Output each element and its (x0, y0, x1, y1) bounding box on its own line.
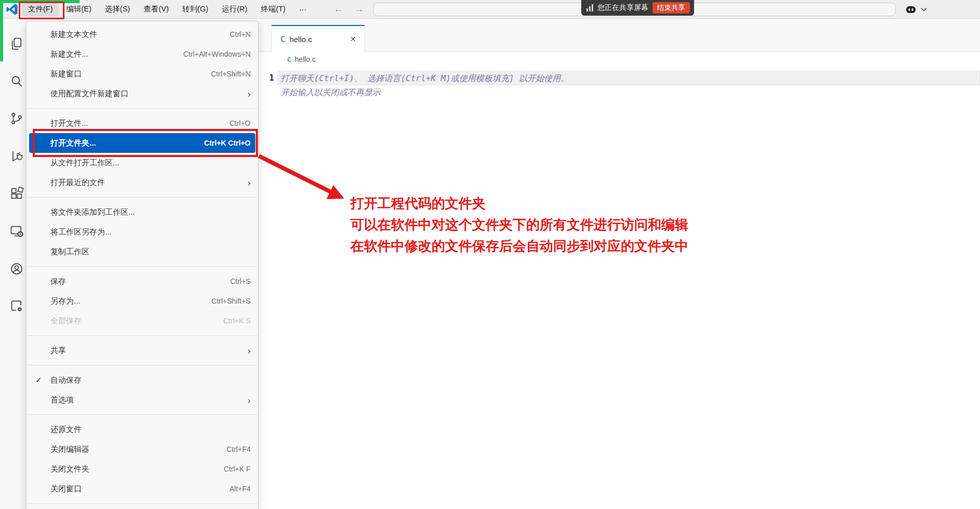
vscode-logo-icon (5, 3, 19, 16)
run-debug-icon[interactable] (9, 149, 24, 163)
menu-item-auto-save[interactable]: ✓ 自动保存 (27, 370, 258, 390)
menu-file[interactable]: 文件(F) (22, 2, 59, 17)
submenu-chevron-icon: › (247, 395, 251, 405)
end-share-button[interactable]: 结束共享 (652, 2, 690, 14)
menu-item-new-window[interactable]: 新建窗口 Ctrl+Shift+N (27, 64, 258, 84)
menu-divider (27, 197, 257, 198)
tab-hello-c[interactable]: C hello.c ✕ (271, 25, 365, 52)
line-number: 1 (263, 71, 274, 85)
menu-edit[interactable]: 编辑(E) (60, 2, 98, 17)
menu-item-save[interactable]: 保存 Ctrl+S (27, 271, 258, 291)
menu-divider (27, 108, 257, 109)
menu-bar: 文件(F) 编辑(E) 选择(S) 查看(V) 转到(G) 运行(R) 终端(T… (22, 2, 313, 17)
menu-item-open-workspace-from-file[interactable]: 从文件打开工作区... (27, 153, 258, 173)
menu-item-open-folder[interactable]: 打开文件夹... Ctrl+K Ctrl+O (29, 133, 255, 153)
menu-run[interactable]: 运行(R) (215, 2, 253, 17)
share-banner-text: 您正在共享屏幕 (597, 3, 648, 12)
signal-bars-icon (586, 4, 593, 11)
breadcrumb[interactable]: C hello.c (287, 55, 316, 63)
menu-item-close-window[interactable]: 关闭窗口 Alt+F4 (27, 479, 258, 499)
menu-selection[interactable]: 选择(S) (99, 2, 136, 17)
screen-share-banner: 您正在共享屏幕 结束共享 (581, 0, 694, 16)
copilot-icon[interactable] (904, 3, 918, 16)
menu-item-new-window-with-profile[interactable]: 使用配置文件新建窗口 › (27, 84, 258, 103)
annotation-text: 打开工程代码的文件夹 可以在软件中对这个文件夹下的所有文件进行访问和编辑 在软件… (350, 193, 688, 257)
menu-go[interactable]: 转到(G) (176, 2, 215, 17)
chevron-down-icon[interactable] (921, 7, 927, 11)
annotation-line2: 可以在软件中对这个文件夹下的所有文件进行访问和编辑 (350, 214, 688, 236)
forward-icon[interactable]: → (355, 4, 364, 15)
back-icon[interactable]: ← (334, 4, 343, 15)
c-file-icon: C (287, 56, 291, 63)
c-file-icon: C (280, 34, 285, 44)
menu-divider (27, 503, 257, 504)
submenu-chevron-icon: › (247, 346, 251, 356)
menu-terminal[interactable]: 终端(T) (255, 2, 292, 17)
remote-explorer-icon[interactable] (9, 224, 24, 239)
annotation-line3: 在软件中修改的文件保存后会自动同步到对应的文件夹中 (350, 236, 688, 257)
explorer-icon[interactable] (9, 36, 24, 51)
tab-label: hello.c (290, 35, 344, 44)
menu-item-share[interactable]: 共享 › (27, 341, 258, 360)
extensions-icon[interactable] (9, 186, 24, 201)
menu-item-close-editor[interactable]: 关闭编辑器 Ctrl+F4 (27, 439, 258, 459)
annotation-line1: 打开工程代码的文件夹 (350, 193, 688, 214)
file-menu-dropdown: 新建文本文件 Ctrl+N 新建文件... Ctrl+Alt+Windows+N… (26, 21, 258, 509)
menu-item-open-recent[interactable]: 打开最近的文件 › (27, 173, 258, 192)
source-control-icon[interactable] (9, 111, 24, 126)
menu-divider (27, 266, 257, 267)
manage-gear-icon[interactable] (9, 299, 24, 314)
menu-item-close-folder[interactable]: 关闭文件夹 Ctrl+K F (27, 459, 258, 479)
menu-item-revert-file[interactable]: 还原文件 (27, 420, 258, 439)
menu-item-duplicate-workspace[interactable]: 复制工作区 (27, 242, 258, 262)
screen-share-border-top (0, 0, 80, 3)
editor-ghost-text-line2: 开始输入以关闭或不再显示 (281, 85, 381, 99)
search-icon[interactable] (9, 74, 24, 88)
breadcrumb-file: hello.c (295, 55, 316, 63)
title-bar: 文件(F) 编辑(E) 选择(S) 查看(V) 转到(G) 运行(R) 终端(T… (0, 0, 980, 19)
menu-item-new-file[interactable]: 新建文件... Ctrl+Alt+Windows+N (27, 44, 258, 64)
menu-more-icon[interactable]: ··· (293, 3, 313, 16)
submenu-chevron-icon: › (247, 178, 251, 188)
menu-divider (27, 365, 257, 366)
menu-divider (27, 414, 257, 415)
menu-item-save-as[interactable]: 另存为... Ctrl+Shift+S (27, 291, 258, 311)
submenu-chevron-icon: › (247, 89, 251, 99)
vscode-window: 文件(F) 编辑(E) 选择(S) 查看(V) 转到(G) 运行(R) 终端(T… (0, 0, 980, 509)
checkmark-icon: ✓ (35, 375, 42, 385)
tab-close-icon[interactable]: ✕ (348, 34, 358, 44)
menu-item-save-all: 全部保存 Ctrl+K S (27, 311, 258, 331)
screen-share-border-left (0, 0, 3, 61)
menu-item-save-workspace-as[interactable]: 将工作区另存为... (27, 222, 258, 242)
accounts-icon[interactable] (9, 262, 24, 276)
menu-item-add-folder-to-workspace[interactable]: 将文件夹添加到工作区... (27, 202, 258, 222)
menu-item-new-text-file[interactable]: 新建文本文件 Ctrl+N (27, 24, 258, 44)
menu-view[interactable]: 查看(V) (137, 2, 175, 17)
menu-divider (27, 335, 257, 336)
menu-item-preferences[interactable]: 首选项 › (27, 390, 258, 410)
editor-ghost-text-line1: 打开聊天(Ctrl+I)、 选择语言(Ctrl+K M)或使用模板填充] 以开始… (281, 71, 978, 85)
menu-item-open-file[interactable]: 打开文件... Ctrl+O (27, 113, 258, 133)
